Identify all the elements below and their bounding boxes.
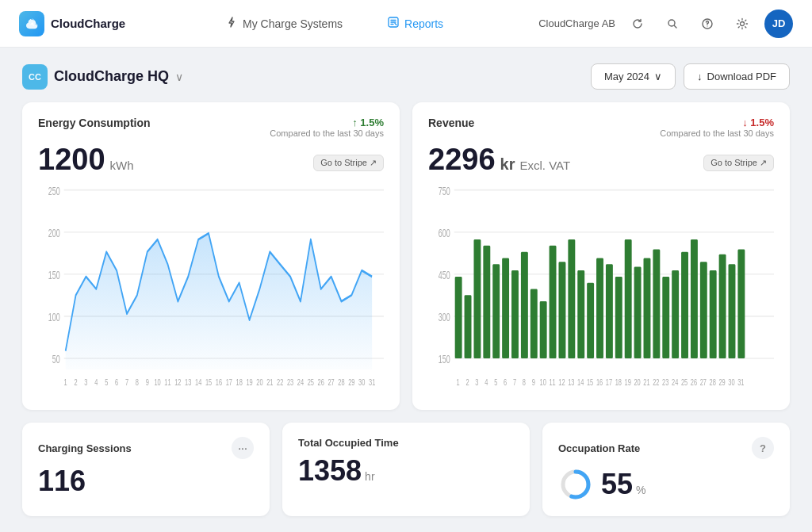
svg-text:16: 16 [216,377,223,388]
svg-rect-81 [691,239,698,358]
svg-text:27: 27 [700,377,707,388]
svg-text:11: 11 [549,377,555,388]
occupation-rate-value-row: 55 % [558,467,774,502]
occupied-time-title: Total Occupied Time [298,437,399,449]
main-content: CC CloudCharge HQ ∨ May 2024 ∨ ↓ Downloa… [0,48,812,532]
svg-text:7: 7 [513,377,516,388]
org-selector[interactable]: CC CloudCharge HQ ∨ [22,64,183,90]
header-right: CloudCharge AB [538,10,793,38]
logo-text: CloudCharge [51,17,125,30]
occupation-rate-title: Occupation Rate [558,442,640,454]
occupation-rate-card: Occupation Rate ? 55 % [542,423,790,516]
header: CloudCharge My Charge Systems [0,0,812,48]
svg-text:17: 17 [226,377,232,388]
nav-charge-systems[interactable]: My Charge Systems [219,13,349,35]
svg-text:27: 27 [327,377,334,388]
energy-stripe-btn[interactable]: Go to Stripe ↗ [313,155,384,171]
svg-text:150: 150 [48,269,60,281]
svg-text:15: 15 [587,377,594,388]
svg-text:3: 3 [84,377,88,388]
charging-sessions-value: 116 [38,467,86,496]
search-icon-btn[interactable] [660,11,685,36]
svg-rect-72 [606,264,613,358]
svg-text:17: 17 [606,377,612,388]
energy-value-row: 1200 kWh [38,144,134,174]
svg-text:5: 5 [494,377,498,388]
svg-text:450: 450 [439,269,450,281]
svg-text:15: 15 [205,377,213,388]
refresh-icon-btn[interactable] [625,11,650,36]
svg-text:7: 7 [125,377,128,388]
svg-rect-58 [473,239,481,358]
svg-text:14: 14 [577,377,584,388]
svg-text:2: 2 [465,377,469,388]
svg-text:23: 23 [287,377,294,388]
revenue-card: Revenue ↓ 1.5% Compared to the last 30 d… [412,102,790,410]
svg-text:25: 25 [681,377,688,388]
top-bar: CC CloudCharge HQ ∨ May 2024 ∨ ↓ Downloa… [22,63,790,90]
svg-text:50: 50 [52,353,60,366]
energy-compare: Compared to the last 30 days [270,128,384,138]
settings-icon-btn[interactable] [730,11,755,36]
occupied-time-header: Total Occupied Time [298,437,514,449]
svg-point-1 [668,20,675,26]
svg-rect-79 [672,270,679,358]
svg-rect-57 [465,295,472,358]
svg-text:21: 21 [643,377,649,388]
svg-text:100: 100 [48,311,60,323]
download-pdf-button[interactable]: ↓ Download PDF [684,63,790,90]
svg-text:18: 18 [615,377,622,388]
org-badge: CC [22,64,48,90]
app-container: CloudCharge My Charge Systems [0,0,812,532]
svg-text:6: 6 [115,377,119,388]
svg-text:13: 13 [568,377,575,388]
svg-rect-77 [653,250,660,358]
energy-card-header: Energy Consumption ↑ 1.5% Compared to th… [38,117,384,138]
svg-text:150: 150 [439,353,450,366]
charging-sessions-menu-btn[interactable]: ··· [232,437,254,459]
svg-text:3: 3 [475,377,479,388]
logo-area: CloudCharge [19,11,130,36]
occupation-rate-help-btn[interactable]: ? [752,437,774,459]
date-label: May 2024 [604,71,649,82]
svg-text:11: 11 [164,377,170,388]
org-selector-name: CloudCharge HQ [54,68,169,85]
reports-icon [387,16,400,32]
svg-text:29: 29 [348,377,354,388]
svg-text:13: 13 [185,377,192,388]
svg-text:28: 28 [710,377,717,388]
svg-rect-75 [634,266,642,358]
download-icon: ↓ [697,71,703,82]
revenue-stripe-btn[interactable]: Go to Stripe ↗ [703,155,774,171]
svg-text:22: 22 [277,377,283,388]
svg-text:30: 30 [358,377,366,388]
svg-text:23: 23 [662,377,669,388]
svg-text:16: 16 [596,377,603,388]
svg-text:20: 20 [256,377,263,388]
nav-reports[interactable]: Reports [381,13,450,35]
svg-text:4: 4 [94,377,98,388]
revenue-value: 2296 [428,144,496,174]
svg-rect-65 [540,301,547,358]
svg-text:5: 5 [105,377,109,388]
svg-rect-67 [558,262,565,358]
svg-point-4 [741,21,745,25]
revenue-compare: Compared to the last 30 days [660,128,774,138]
svg-text:14: 14 [195,377,202,388]
svg-rect-85 [729,264,736,358]
charging-sessions-header: Charging Sessions ··· [38,437,254,459]
revenue-unit: Excl. VAT [519,159,570,172]
svg-text:6: 6 [504,377,508,388]
logo-icon [19,11,44,36]
svg-text:2: 2 [74,377,77,388]
svg-text:19: 19 [246,377,252,388]
revenue-card-header: Revenue ↓ 1.5% Compared to the last 30 d… [428,117,774,138]
svg-text:31: 31 [737,377,744,388]
date-picker-button[interactable]: May 2024 ∨ [591,63,676,90]
svg-text:26: 26 [691,377,698,388]
energy-chart: 250 200 150 100 50 [38,178,384,400]
help-icon-btn[interactable] [695,11,720,36]
user-avatar[interactable]: JD [764,10,793,38]
svg-rect-78 [662,277,669,358]
occupied-time-card: Total Occupied Time 1358 hr [282,423,530,516]
